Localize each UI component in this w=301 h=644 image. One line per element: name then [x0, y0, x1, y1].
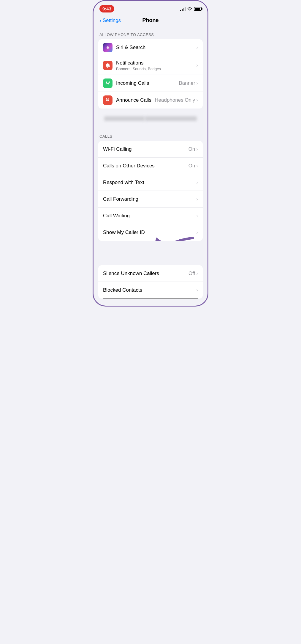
wifi-icon: [187, 7, 192, 11]
back-label: Settings: [103, 18, 121, 23]
calls-other-devices-title: Calls on Other Devices: [103, 163, 188, 169]
incoming-calls-title: Incoming Calls: [116, 80, 179, 87]
siri-search-title: Siri & Search: [116, 44, 196, 51]
status-time: 9:43: [99, 5, 114, 12]
svg-point-0: [107, 46, 109, 49]
back-chevron-icon: ‹: [99, 18, 102, 23]
page-title: Phone: [142, 17, 159, 23]
notifications-chevron-icon: ›: [196, 62, 198, 68]
silence-unknown-chevron-icon: ›: [196, 271, 198, 277]
allow-phone-section-label: ALLOW PHONE TO ACCESS: [94, 27, 207, 39]
bottom-spacer: [94, 299, 207, 306]
call-forwarding-chevron-icon: ›: [196, 196, 198, 202]
notifications-row[interactable]: Notifications Banners, Sounds, Badges ›: [98, 56, 203, 75]
announce-calls-chevron-icon: ›: [196, 97, 198, 103]
siri-icon: [103, 43, 113, 52]
wifi-calling-title: Wi-Fi Calling: [103, 146, 188, 153]
show-caller-id-title: Show My Caller ID: [103, 229, 196, 236]
incoming-calls-value: Banner: [179, 80, 195, 86]
calls-section-label: CALLS: [94, 129, 207, 141]
show-caller-id-row[interactable]: Show My Caller ID ›: [98, 224, 203, 241]
wifi-calling-row[interactable]: Wi-Fi Calling On ›: [98, 141, 203, 158]
announce-calls-row[interactable]: Announce Calls Headphones Only ›: [98, 92, 203, 109]
allow-phone-group: Siri & Search › Notifications Banners, S…: [98, 39, 203, 109]
spacer-2: [94, 246, 207, 260]
show-caller-id-chevron-icon: ›: [196, 230, 198, 235]
status-bar: 9:43: [94, 1, 207, 15]
blocked-contacts-row[interactable]: Blocked Contacts ›: [98, 282, 203, 299]
announce-calls-value: Headphones Only: [155, 97, 195, 103]
incoming-calls-icon: [103, 78, 113, 88]
silence-unknown-row[interactable]: Silence Unknown Callers Off ›: [98, 265, 203, 282]
blurred-row: [98, 112, 203, 125]
calls-other-devices-row[interactable]: Calls on Other Devices On ›: [98, 158, 203, 174]
notifications-icon: [103, 61, 113, 70]
call-forwarding-title: Call Forwarding: [103, 196, 196, 202]
phone-frame: 9:43 ‹ Settings: [93, 0, 208, 307]
silence-unknown-title: Silence Unknown Callers: [103, 270, 188, 277]
siri-search-row[interactable]: Siri & Search ›: [98, 39, 203, 56]
nav-bar: ‹ Settings Phone: [94, 15, 207, 27]
battery-icon: [194, 7, 202, 11]
notifications-subtitle: Banners, Sounds, Badges: [116, 67, 196, 71]
respond-text-chevron-icon: ›: [196, 180, 198, 186]
signal-icon: [180, 7, 186, 11]
incoming-calls-row[interactable]: Incoming Calls Banner ›: [98, 75, 203, 92]
incoming-calls-chevron-icon: ›: [196, 80, 198, 86]
blocked-contacts-underline: [103, 298, 198, 299]
blocked-contacts-chevron-icon: ›: [196, 287, 198, 293]
calls-other-devices-chevron-icon: ›: [196, 163, 198, 169]
status-icons: [180, 7, 202, 11]
back-button[interactable]: ‹ Settings: [99, 18, 121, 23]
wifi-calling-value: On: [188, 146, 195, 152]
respond-text-title: Respond with Text: [103, 179, 196, 186]
call-forwarding-row[interactable]: Call Forwarding ›: [98, 191, 203, 208]
call-waiting-title: Call Waiting: [103, 213, 196, 219]
calls-other-devices-value: On: [188, 163, 195, 169]
calls-group: Wi-Fi Calling On › Calls on Other Device…: [98, 141, 203, 241]
respond-text-row[interactable]: Respond with Text ›: [98, 174, 203, 191]
spacer-1: [94, 241, 207, 246]
notifications-title: Notifications: [116, 60, 196, 66]
announce-calls-icon: [103, 95, 113, 105]
siri-chevron-icon: ›: [196, 45, 198, 51]
blocked-contacts-title: Blocked Contacts: [103, 287, 196, 293]
bottom-group: Silence Unknown Callers Off › Blocked Co…: [98, 265, 203, 299]
call-waiting-row[interactable]: Call Waiting ›: [98, 208, 203, 224]
silence-unknown-value: Off: [188, 271, 195, 277]
announce-calls-title: Announce Calls: [116, 97, 155, 103]
wifi-calling-chevron-icon: ›: [196, 146, 198, 152]
call-waiting-chevron-icon: ›: [196, 213, 198, 219]
